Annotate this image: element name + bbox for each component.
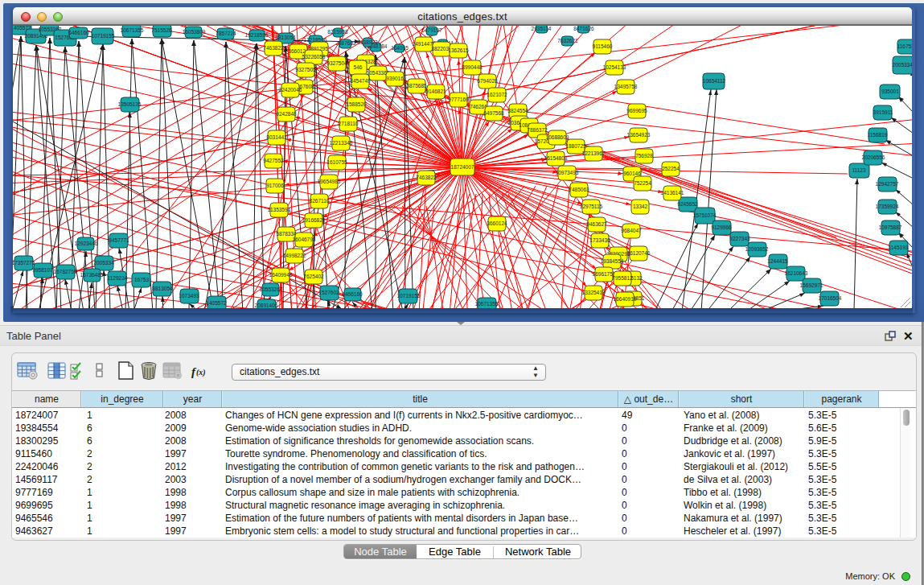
svg-text:12093852: 12093852 (745, 246, 769, 252)
svg-text:756928: 756928 (635, 153, 653, 159)
svg-text:7955812: 7955812 (612, 275, 633, 281)
svg-text:16046798: 16046798 (293, 237, 316, 242)
svg-text:16753: 16753 (134, 277, 149, 282)
svg-text:20053346: 20053346 (893, 62, 912, 68)
svg-text:935001: 935001 (881, 89, 899, 94)
svg-text:(x): (x) (196, 368, 206, 377)
svg-text:10671355: 10671355 (121, 27, 144, 33)
svg-text:1156819: 1156819 (868, 132, 888, 138)
svg-text:8267110: 8267110 (310, 198, 330, 204)
svg-text:6497568: 6497568 (483, 110, 504, 116)
svg-text:17357275: 17357275 (13, 260, 35, 266)
svg-text:5878334: 5878334 (276, 231, 297, 237)
svg-text:6466160: 6466160 (342, 291, 363, 297)
svg-text:12923446: 12923446 (75, 241, 98, 246)
svg-text:7463822: 7463822 (263, 45, 284, 51)
svg-text:16053809: 16053809 (183, 29, 206, 35)
svg-text:13505135: 13505135 (118, 101, 142, 107)
svg-text:17016504: 17016504 (819, 295, 842, 301)
svg-text:1621072: 1621072 (487, 92, 507, 97)
svg-text:6466160: 6466160 (68, 30, 89, 35)
svg-text:1362615: 1362615 (448, 47, 469, 53)
svg-text:2935114: 2935114 (532, 26, 552, 31)
svg-text:10973493: 10973493 (556, 170, 579, 175)
svg-text:3824554: 3824554 (507, 108, 528, 113)
svg-text:9115460: 9115460 (593, 43, 613, 49)
svg-text:9427552: 9427552 (263, 158, 284, 163)
svg-text:8215958: 8215958 (327, 29, 348, 35)
svg-text:546: 546 (354, 64, 363, 70)
svg-text:14136141: 14136141 (661, 190, 684, 196)
svg-text:16154808: 16154808 (544, 155, 568, 161)
svg-text:19384554: 19384554 (601, 258, 624, 264)
svg-text:11353594: 11353594 (268, 207, 291, 212)
svg-text:15751074: 15751074 (693, 212, 717, 218)
svg-text:12213348: 12213348 (330, 140, 353, 146)
svg-text:19218596: 19218596 (245, 32, 269, 38)
svg-text:9684047: 9684047 (621, 228, 642, 233)
svg-text:1527602: 1527602 (318, 290, 339, 295)
svg-text:9699695: 9699695 (626, 108, 647, 113)
svg-text:8454749: 8454749 (350, 78, 371, 84)
svg-text:752254: 752254 (634, 180, 651, 186)
svg-text:22420046: 22420046 (279, 87, 302, 93)
svg-text:15736485: 15736485 (80, 272, 104, 278)
svg-text:1244415: 1244415 (767, 258, 788, 264)
svg-text:10553267: 10553267 (260, 286, 283, 292)
svg-text:7857224: 7857224 (216, 31, 236, 36)
svg-text:11123: 11123 (852, 167, 865, 173)
svg-text:13325419: 13325419 (582, 290, 606, 295)
svg-text:1880725: 1880725 (565, 143, 586, 149)
svg-text:1610755: 1610755 (326, 159, 347, 165)
svg-text:9463627: 9463627 (586, 221, 607, 227)
svg-text:3660124: 3660124 (487, 220, 507, 226)
svg-text:1405572: 1405572 (206, 300, 227, 306)
svg-text:2887682: 2887682 (335, 40, 356, 46)
svg-text:20891406: 20891406 (255, 303, 278, 308)
svg-text:16120746: 16120746 (627, 250, 651, 256)
svg-text:15692971: 15692971 (800, 282, 823, 288)
svg-text:14998222: 14998222 (283, 253, 306, 258)
svg-text:19654985: 19654985 (318, 179, 341, 184)
svg-text:960146: 960146 (623, 171, 641, 176)
svg-text:12975115: 12975115 (580, 204, 603, 209)
svg-text:10719155: 10719155 (397, 293, 421, 299)
svg-text:9227343: 9227343 (729, 236, 750, 241)
svg-text:7463822: 7463822 (416, 175, 437, 180)
svg-text:1145193: 1145193 (889, 245, 909, 250)
svg-text:8031441: 8031441 (266, 134, 287, 140)
svg-text:10719155: 10719155 (92, 33, 115, 39)
svg-text:16640910: 16640910 (614, 296, 637, 302)
svg-text:13342: 13342 (633, 204, 647, 209)
svg-text:8813054: 8813054 (275, 35, 296, 40)
svg-text:6794028: 6794028 (477, 78, 498, 84)
svg-text:10975887: 10975887 (879, 225, 902, 230)
svg-text:8990448: 8990448 (462, 64, 483, 70)
svg-text:16782759: 16782759 (54, 269, 77, 274)
svg-text:18724007: 18724007 (451, 164, 474, 170)
svg-text:10254133: 10254133 (603, 64, 626, 70)
svg-text:12213967: 12213967 (582, 150, 606, 156)
svg-text:16210643: 16210643 (785, 270, 808, 276)
svg-text:6479197: 6479197 (421, 27, 442, 33)
svg-text:13495758: 13495758 (614, 84, 638, 89)
svg-text:10671355: 10671355 (475, 301, 499, 307)
svg-text:1167534: 1167534 (897, 43, 912, 49)
svg-text:9242848: 9242848 (276, 111, 297, 117)
svg-text:8471626: 8471626 (573, 26, 594, 31)
svg-text:53226058: 53226058 (302, 54, 326, 60)
svg-text:10654112: 10654112 (703, 78, 726, 84)
svg-text:9245652: 9245652 (677, 201, 698, 207)
svg-text:9129966: 9129966 (711, 225, 732, 230)
svg-text:8813054: 8813054 (152, 286, 173, 291)
svg-text:9146821: 9146821 (425, 89, 446, 94)
svg-text:17359924: 17359924 (876, 204, 899, 209)
svg-text:7886372: 7886372 (527, 127, 548, 133)
svg-text:20206556: 20206556 (862, 154, 885, 160)
svg-text:7632621: 7632621 (557, 38, 578, 43)
svg-text:9457771: 9457771 (109, 237, 129, 243)
svg-text:9958107: 9958107 (32, 267, 53, 273)
svg-text:1129234: 1129234 (108, 275, 128, 281)
svg-text:9327504: 9327504 (326, 60, 347, 66)
svg-text:1733436: 1733436 (589, 237, 610, 243)
